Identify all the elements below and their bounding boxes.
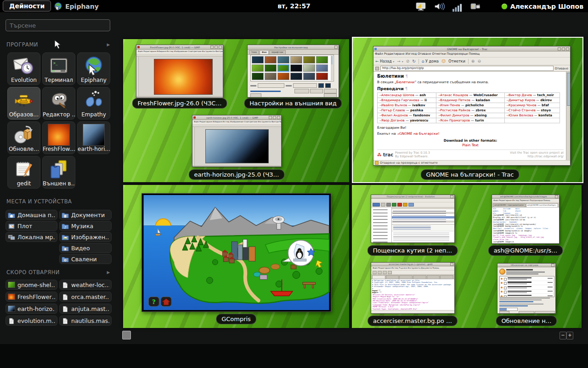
recent-item[interactable]: orca.master.… [59,292,112,302]
color-swatch[interactable] [325,83,331,88]
folder-tree[interactable] [371,207,392,242]
workspace-4[interactable]: Пощенска кутия (2 непрочетени) - Evoluti… [352,185,582,328]
translator-name[interactable]: Илия Пенев [440,104,460,107]
plain-text-link[interactable]: Plain Text [377,143,564,147]
volume-icon[interactable] [434,2,445,11]
wallpaper-thumb[interactable] [290,73,302,80]
wallpaper-thumb[interactable] [290,64,302,72]
workspace-3[interactable]: ? GCompris [123,185,349,328]
workspace-2-active[interactable]: GNOME на български! - Trac Файл Редактир… [352,37,583,183]
search-input[interactable] [6,19,110,31]
translator-name[interactable]: Димитър Киров [509,98,535,102]
close-button[interactable] [551,264,554,267]
zoom-out-icon[interactable]: ⊖ [477,59,481,63]
more-info-link[interactable] [499,301,533,302]
reply-button[interactable] [392,203,396,207]
chevron-right-icon[interactable]: ▶ [107,270,110,275]
save-button[interactable] [383,271,387,274]
window-gimp-earth-horizon[interactable]: earth-horizon.jpg-25.0 (ЧЗС, 1 слой) — G… [192,115,282,167]
window-gimp-freshflower[interactable]: FreshFlower.jpg-26.0 (ЧЗС, 1 слой) — GIM… [136,45,223,98]
update-checkbox[interactable] [504,291,507,293]
place-item[interactable]: Домашна п… [6,210,57,220]
window-update-manager[interactable]: Обновление на софтуера [497,263,556,314]
new-message-button[interactable] [373,203,380,207]
tab-Фон[interactable]: Фон [260,50,269,54]
message-list[interactable] [392,207,454,224]
new-button[interactable] [373,271,377,274]
wallpaper-thumb[interactable] [252,64,264,72]
update-row[interactable] [500,285,554,290]
app-gedit[interactable]: gedit [7,156,40,189]
changes-link[interactable] [499,305,528,306]
translator-name[interactable]: Ростислав Райков [440,109,470,112]
wallpaper-thumb[interactable] [303,56,315,63]
app-updates[interactable]: Обновле… [7,121,40,154]
wallpaper-thumb[interactable] [316,64,328,72]
recent-item[interactable]: FreshFlower… [6,292,57,302]
install-updates-button[interactable] [535,311,555,314]
menubar[interactable]: Файл Редактиране Изглед Отиване Отметки … [373,52,570,58]
close-button[interactable] [277,116,280,119]
bookmarks-button[interactable]: Отметки [448,59,465,63]
close-button[interactable] [555,195,558,198]
app-photo-earth[interactable]: earth-hori… [77,121,110,154]
close-button[interactable] [566,47,569,51]
app-epiphany[interactable]: Epiphany [77,52,110,85]
wallpaper-thumb[interactable] [252,56,264,63]
gnome-bg-link[interactable]: →GNOME на български! [397,132,439,136]
wallpaper-thumb[interactable] [265,64,277,72]
chevron-right-icon[interactable]: ▶ [107,42,110,47]
translator-name[interactable]: Владимира Гиргинова [381,98,419,102]
window-appearance-settings[interactable]: Настройки на външния вид ТемаФонШрифтове [247,45,339,98]
wallpaper-thumb[interactable] [252,73,264,80]
maximize-button[interactable] [562,47,565,51]
forward-button[interactable]: → ▾ [397,59,403,63]
remove-button[interactable] [310,89,323,93]
workspace-1[interactable]: FreshFlower.jpg-26.0 (ЧЗС, 1 слой) — GIM… [123,39,349,182]
update-checkbox[interactable] [504,287,507,289]
terminal-output[interactable]: bin include sbingames lib shareetc libex… [492,207,559,243]
app-empathy[interactable]: Empathy [77,87,110,120]
zoom-in-icon[interactable]: ⊕ [471,59,475,63]
app-gcompris[interactable]: Образов… [7,87,40,120]
translator-name[interactable]: Красимир Чонов [509,104,537,107]
window-gcompris[interactable]: ? [141,193,331,312]
clock[interactable]: вт, 22:57 [277,0,311,12]
menubar[interactable]: Файл Редактиране Изглед Терминал Подпроз… [492,199,559,203]
restore-button[interactable] [294,89,309,93]
reload-button[interactable]: ↻ [412,59,416,63]
titlebar[interactable]: ash@GNOME:/usr/share/backgrounds/images [492,195,559,199]
tab-Шрифтове[interactable]: Шрифтове [269,50,285,54]
titlebar[interactable]: accerciser.master.bg.po (~/gnome) - gedi… [371,263,454,266]
window-epiphany-trac[interactable]: GNOME на български! - Trac Файл Редактир… [373,46,571,166]
edgewall-link[interactable]: http://trac.edgewall.org/ [527,155,564,158]
back-button[interactable]: ← Назад ▾ [375,59,394,63]
recent-item[interactable]: anjuta.mast… [59,304,112,314]
stop-button[interactable]: ⊘ [406,59,410,63]
go-button[interactable]: Отиване [555,67,568,70]
place-item[interactable]: Свалени [59,254,112,264]
document-tab[interactable] [399,275,413,279]
translator-name[interactable]: Стойчо Станчев [509,109,536,112]
workspace-add-indicator[interactable] [122,331,131,339]
app-gimp[interactable]: Редактор … [42,87,75,120]
wallpaper-thumb[interactable] [290,56,302,63]
translator-name[interactable]: Явор Доганов [381,119,405,122]
update-checkbox[interactable] [504,278,507,281]
titlebar[interactable]: Пощенска кутия (2 непрочетени) - Evoluti… [371,195,454,199]
titlebar[interactable]: GNOME на български! - Trac [373,46,570,52]
app-evolution[interactable]: Evolution [7,52,40,85]
scrollbar[interactable] [192,166,281,167]
undo-button[interactable] [388,271,392,274]
app-appearance[interactable]: Външен в… [42,156,75,189]
forward-button[interactable] [408,203,414,207]
close-button[interactable] [219,46,222,49]
close-button[interactable] [450,263,453,266]
recent-item[interactable]: gnome-shel… [6,280,57,290]
wallpaper-thumb[interactable] [277,56,289,63]
document-tab[interactable] [427,275,440,279]
app-terminal[interactable]: >_Терминал [42,52,75,85]
maximize-button[interactable] [273,116,276,119]
minimize-button[interactable] [558,47,561,51]
recent-item[interactable]: weather-loc… [59,280,112,290]
